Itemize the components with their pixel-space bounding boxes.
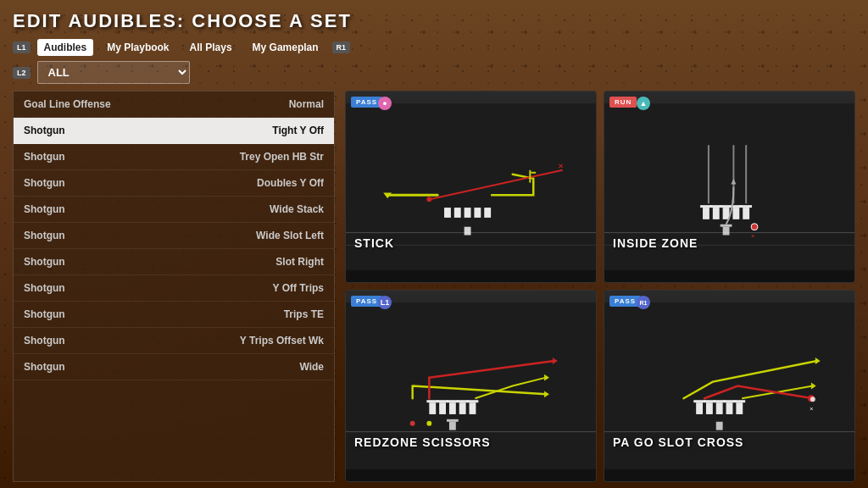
svg-rect-29 xyxy=(723,227,730,236)
svg-rect-41 xyxy=(449,402,456,414)
svg-rect-7 xyxy=(484,208,491,218)
svg-rect-13 xyxy=(531,172,536,174)
svg-rect-40 xyxy=(439,402,446,414)
formation-row[interactable]: Shotgun Wide Stack xyxy=(14,197,334,223)
tab-r1-badge: R1 xyxy=(332,42,351,53)
play-card-redzone-scissors[interactable]: PASS L1 REDZONE SCISSORS xyxy=(345,290,597,482)
svg-rect-30 xyxy=(721,225,732,227)
formation-list[interactable]: Goal Line Offense Normal Shotgun Tight Y… xyxy=(13,91,335,482)
svg-rect-39 xyxy=(429,402,436,414)
play-grid: × PASS ● STICK xyxy=(345,91,855,482)
tab-l1-badge: L1 xyxy=(13,42,31,53)
svg-text:×: × xyxy=(559,161,564,170)
svg-point-12 xyxy=(426,197,431,202)
svg-point-72 xyxy=(810,396,815,402)
svg-rect-24 xyxy=(700,205,712,208)
pa-go-slot-cross-diagram: × xyxy=(604,291,854,481)
svg-rect-5 xyxy=(465,208,471,218)
svg-rect-44 xyxy=(426,400,438,402)
play-controller-r1: R1 xyxy=(637,296,650,309)
filter-row: L2 ALL xyxy=(13,61,855,84)
stick-diagram: × xyxy=(346,92,596,282)
formation-row[interactable]: Shotgun Trips TE xyxy=(14,302,334,328)
formation-row[interactable]: Shotgun Y Off Trips xyxy=(14,275,334,302)
tab-all-plays[interactable]: All Plays xyxy=(183,39,239,56)
formation-row[interactable]: Shotgun Slot Right xyxy=(14,249,334,275)
filter-l2-badge: L2 xyxy=(13,67,31,79)
formation-row[interactable]: Shotgun Doubles Y Off xyxy=(14,170,334,197)
svg-rect-67 xyxy=(733,400,745,402)
svg-rect-43 xyxy=(470,402,476,414)
formation-row[interactable]: Shotgun Trey Open HB Str xyxy=(14,144,334,170)
tab-audibles[interactable]: Audibles xyxy=(37,39,94,56)
svg-rect-60 xyxy=(716,402,723,414)
svg-rect-42 xyxy=(459,402,466,414)
play-badge-run: RUN xyxy=(609,97,637,108)
formation-row[interactable]: Shotgun Wide xyxy=(14,354,334,380)
svg-rect-50 xyxy=(447,419,459,422)
formation-row[interactable]: Goal Line Offense Normal xyxy=(14,92,334,118)
svg-rect-3 xyxy=(444,208,451,218)
tab-my-gameplan[interactable]: My Gameplan xyxy=(246,39,326,56)
tab-my-playbook[interactable]: My Playbook xyxy=(100,39,175,56)
play-controller-circle: ● xyxy=(378,97,392,110)
svg-point-55 xyxy=(426,421,431,426)
svg-rect-6 xyxy=(474,208,481,218)
svg-rect-4 xyxy=(454,208,461,218)
inside-zone-diagram: × xyxy=(604,92,854,282)
svg-text:×: × xyxy=(810,405,814,413)
svg-rect-28 xyxy=(740,205,752,208)
play-title-inside-zone: INSIDE ZONE xyxy=(613,236,846,250)
svg-rect-65 xyxy=(714,400,726,402)
svg-rect-45 xyxy=(437,400,448,402)
svg-rect-14 xyxy=(529,170,531,183)
play-title-stick: STICK xyxy=(354,236,587,250)
svg-rect-64 xyxy=(704,400,715,402)
svg-rect-22 xyxy=(732,208,739,219)
svg-rect-68 xyxy=(716,422,723,430)
redzone-scissors-diagram xyxy=(346,291,596,481)
filter-dropdown[interactable]: ALL xyxy=(37,61,190,84)
svg-rect-46 xyxy=(447,400,459,402)
tab-bar: L1 Audibles My Playbook All Plays My Gam… xyxy=(13,39,855,56)
svg-rect-63 xyxy=(693,400,705,402)
play-controller-l1: L1 xyxy=(378,296,392,309)
svg-rect-19 xyxy=(703,208,709,219)
svg-rect-23 xyxy=(743,208,749,219)
svg-rect-48 xyxy=(467,400,479,402)
svg-rect-26 xyxy=(721,205,732,208)
main-container: EDIT AUDIBLES: CHOOSE A SET L1 Audibles … xyxy=(0,0,868,488)
page-title: EDIT AUDIBLES: CHOOSE A SET xyxy=(13,10,855,32)
formation-row[interactable]: Shotgun Wide Slot Left xyxy=(14,223,334,249)
svg-rect-49 xyxy=(449,422,456,430)
play-title-redzone-scissors: REDZONE SCISSORS xyxy=(354,435,587,449)
svg-rect-59 xyxy=(706,402,713,414)
svg-rect-8 xyxy=(465,227,471,236)
svg-rect-62 xyxy=(736,402,743,414)
play-card-inside-zone[interactable]: × RUN ▲ INSIDE ZONE xyxy=(604,91,855,283)
svg-point-34 xyxy=(751,224,758,230)
formation-row[interactable]: Shotgun Tight Y Off xyxy=(14,118,334,144)
play-card-pa-go-slot-cross[interactable]: × PASS R1 PA GO SLOT CROSS xyxy=(604,290,855,482)
play-title-pa-go-slot-cross: PA GO SLOT CROSS xyxy=(613,435,846,449)
svg-rect-66 xyxy=(724,400,736,402)
svg-rect-25 xyxy=(710,205,722,208)
play-controller-triangle: ▲ xyxy=(637,97,650,110)
svg-point-54 xyxy=(410,421,415,426)
formation-row[interactable]: Shotgun Y Trips Offset Wk xyxy=(14,328,334,354)
svg-rect-61 xyxy=(726,402,733,414)
play-card-stick[interactable]: × PASS ● STICK xyxy=(345,91,597,283)
svg-rect-20 xyxy=(713,208,720,219)
content-area: Goal Line Offense Normal Shotgun Tight Y… xyxy=(13,91,855,482)
svg-rect-58 xyxy=(696,402,703,414)
svg-rect-47 xyxy=(457,400,469,402)
